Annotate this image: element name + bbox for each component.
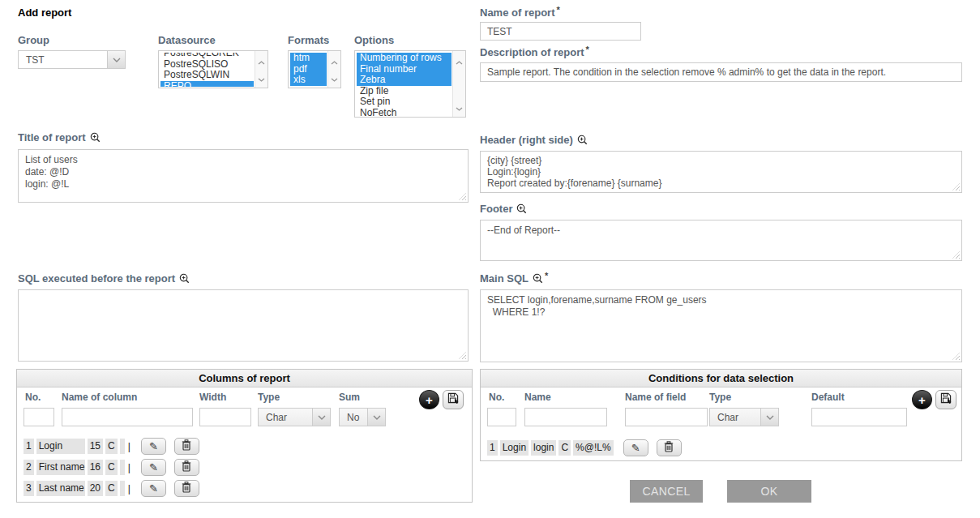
row-separator: |: [127, 441, 131, 452]
scrollbar[interactable]: [327, 51, 340, 88]
description-label: Description of report*: [480, 45, 589, 58]
header-right-field: {city} {street} Login:{login} Report cre…: [480, 151, 962, 193]
description-input[interactable]: [480, 62, 962, 82]
col-header-type: Type: [258, 392, 280, 403]
header-right-textarea[interactable]: {city} {street} Login:{login} Report cre…: [480, 151, 962, 193]
column-sum-select[interactable]: No: [339, 408, 386, 426]
add-report-form: Add report Group TST Datasource PostreSQ…: [0, 0, 980, 518]
row-type: C: [105, 481, 118, 496]
datasource-option-selected[interactable]: REPO: [160, 81, 254, 88]
options-option-selected[interactable]: Zebra: [357, 75, 451, 86]
condition-no-input[interactable]: [487, 408, 516, 426]
cancel-button[interactable]: CANCEL: [630, 480, 703, 503]
condition-default-input[interactable]: [811, 408, 907, 426]
col-header-sum: Sum: [339, 392, 360, 403]
edit-row-button[interactable]: ✎: [141, 480, 166, 497]
options-option-selected[interactable]: Final number: [357, 64, 451, 75]
formats-option-selected[interactable]: xls: [290, 75, 327, 86]
zoom-icon[interactable]: [90, 133, 101, 145]
options-option[interactable]: NoFetch: [357, 108, 451, 117]
chevron-down-icon: [312, 409, 330, 426]
options-option[interactable]: Zip file: [357, 86, 451, 97]
title-of-report-textarea[interactable]: List of users date: @!D login: @!L: [18, 149, 469, 203]
formats-option-selected[interactable]: htm: [290, 53, 327, 64]
add-condition-button[interactable]: +: [912, 390, 932, 409]
name-of-report-label-text: Name of report: [480, 6, 554, 19]
formats-option-selected[interactable]: pdf: [290, 64, 327, 75]
row-sum: [120, 439, 125, 454]
name-of-report-input[interactable]: [480, 22, 641, 41]
scroll-up-icon[interactable]: [331, 54, 338, 68]
cond-header-field: Name of field: [625, 392, 686, 403]
edit-row-button[interactable]: ✎: [623, 439, 648, 456]
ok-button[interactable]: OK: [727, 480, 811, 503]
row-name: First name: [36, 460, 85, 475]
scrollbar[interactable]: [255, 51, 267, 88]
scroll-down-icon[interactable]: [258, 71, 265, 85]
options-listbox[interactable]: Numbering of rows Final number Zebra Zip…: [354, 50, 466, 118]
scroll-down-icon[interactable]: [456, 100, 463, 114]
scroll-up-icon[interactable]: [456, 54, 463, 68]
column-row: 2 First name 16 C | ✎: [24, 459, 199, 476]
delete-row-button[interactable]: [174, 459, 199, 476]
column-name-input[interactable]: [62, 408, 193, 426]
required-asterisk: *: [556, 5, 559, 15]
page-title: Add report: [18, 6, 71, 19]
condition-field-input[interactable]: [625, 408, 708, 426]
sql-before-field: [18, 289, 469, 362]
delete-row-button[interactable]: [174, 438, 199, 455]
scroll-up-icon[interactable]: [258, 54, 265, 68]
column-no-input[interactable]: [24, 408, 54, 426]
description-label-text: Description of report: [480, 46, 584, 58]
required-asterisk: *: [586, 45, 589, 54]
trash-icon: [182, 482, 191, 496]
options-label: Options: [354, 34, 394, 46]
options-option-selected[interactable]: Numbering of rows: [357, 53, 451, 64]
conditions-panel-title: Conditions for data selection: [481, 370, 961, 387]
column-type-select[interactable]: Char: [258, 408, 331, 426]
title-of-report-label-text: Title of report: [18, 131, 86, 143]
condition-type-select[interactable]: Char: [709, 408, 779, 426]
title-of-report-label: Title of report: [18, 131, 101, 145]
save-columns-button[interactable]: [443, 390, 464, 409]
chevron-down-icon: [367, 409, 385, 426]
row-type: C: [105, 460, 118, 475]
row-type: C: [105, 439, 118, 454]
formats-listbox[interactable]: htm pdf xls: [288, 50, 341, 88]
zoom-icon[interactable]: [516, 204, 527, 216]
condition-name-input[interactable]: [524, 408, 607, 426]
delete-row-button[interactable]: [657, 439, 682, 456]
datasource-option[interactable]: PostreSQLISO: [160, 59, 254, 71]
header-right-label-text: Header (right side): [480, 134, 573, 146]
save-conditions-button[interactable]: [935, 390, 956, 409]
row-sum: [120, 481, 125, 496]
row-default: %@!L%: [573, 440, 614, 456]
datasource-option[interactable]: PostreSQLWIN: [160, 70, 254, 81]
row-no: 2: [24, 460, 34, 475]
zoom-icon[interactable]: [179, 274, 190, 286]
group-label: Group: [18, 34, 49, 46]
options-option[interactable]: Set pin: [357, 96, 451, 108]
conditions-panel: Conditions for data selection No. Name N…: [480, 369, 962, 461]
footer-textarea[interactable]: --End of Report--: [480, 220, 962, 261]
zoom-icon[interactable]: [577, 135, 588, 148]
edit-row-button[interactable]: ✎: [141, 438, 166, 455]
columns-of-report-panel: Columns of report No. Name of column Wid…: [16, 369, 473, 503]
column-width-input[interactable]: [199, 408, 251, 426]
row-no: 1: [487, 440, 498, 456]
datasource-listbox[interactable]: PostreSQLGREK PostreSQLISO PostreSQLWIN …: [158, 50, 268, 88]
delete-row-button[interactable]: [174, 480, 199, 497]
scrollbar[interactable]: [452, 51, 465, 117]
add-column-button[interactable]: +: [419, 390, 439, 409]
main-sql-label-text: Main SQL: [480, 272, 529, 285]
group-select[interactable]: TST: [18, 50, 126, 69]
footer-field: --End of Report--: [480, 220, 962, 261]
main-sql-label: Main SQL*: [480, 271, 548, 286]
scroll-down-icon[interactable]: [331, 71, 338, 85]
main-sql-textarea[interactable]: SELECT login,forename,surname FROM ge_us…: [480, 289, 962, 362]
formats-label: Formats: [288, 34, 329, 46]
edit-row-button[interactable]: ✎: [141, 459, 166, 476]
required-asterisk: *: [545, 271, 548, 280]
sql-before-textarea[interactable]: [18, 289, 469, 362]
zoom-icon[interactable]: [533, 274, 543, 286]
